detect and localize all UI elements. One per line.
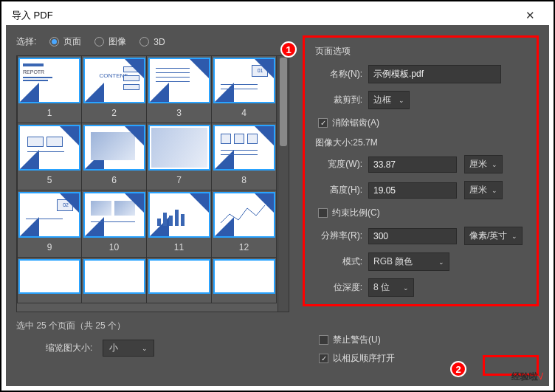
page-number: 11 (174, 239, 184, 257)
page-number: 10 (109, 239, 119, 257)
radio-3d[interactable]: 3D (139, 37, 165, 47)
thumbnail-cell[interactable]: 6 (82, 123, 147, 190)
checkbox-checked-icon: ✓ (319, 354, 328, 363)
antialias-checkbox[interactable]: ✓ 消除锯齿(A) (318, 117, 529, 129)
page-options-title: 页面选项 (315, 45, 529, 58)
checkbox-unchecked-icon (319, 335, 328, 345)
resolution-unit-select[interactable]: 像素/英寸⌄ (464, 227, 523, 245)
resolution-label: 分辨率(R): (315, 230, 362, 242)
thumb-size-label: 缩览图大小: (46, 342, 92, 354)
annotation-badge-1: 1 (280, 41, 297, 58)
thumbnail-cell[interactable] (82, 258, 147, 303)
depth-select[interactable]: 8 位⌄ (368, 278, 414, 297)
width-label: 宽度(W): (315, 158, 362, 171)
name-field[interactable]: 示例模板.pdf (368, 65, 501, 83)
thumbnail-cell[interactable]: 5 (17, 123, 82, 190)
height-field[interactable]: 19.05 (368, 182, 457, 199)
thumbnail-cell[interactable]: 014 (212, 56, 277, 123)
thumbnail-cell[interactable]: 7 (147, 123, 212, 190)
selection-info: 选中 25 个页面（共 25 个） (16, 320, 297, 332)
height-label: 高度(H): (315, 184, 362, 196)
chevron-down-icon: ⌄ (492, 161, 497, 168)
radio-page-label: 页面 (63, 35, 81, 48)
radio-image[interactable]: 图像 (94, 35, 126, 48)
thumb-size-value: 小 (109, 342, 118, 354)
page-number: 4 (241, 105, 247, 123)
height-unit-select[interactable]: 厘米⌄ (464, 181, 503, 199)
page-number: 8 (241, 172, 247, 190)
thumbnail-cell[interactable]: 12 (212, 190, 277, 258)
radio-page[interactable]: 页面 (49, 35, 81, 48)
thumbnail-cell[interactable]: CONTENT2 (82, 56, 147, 123)
page-number: 3 (176, 105, 182, 123)
thumbnail-cell[interactable]: 11 (147, 190, 212, 258)
page-number: 7 (176, 172, 182, 190)
page-number: 12 (239, 239, 249, 257)
page-number: 1 (47, 105, 52, 123)
thumbnail-grid: REPOTR1CONTENT230145678029101112 (16, 55, 289, 312)
page-number: 5 (47, 172, 52, 190)
chevron-down-icon: ⌄ (142, 345, 148, 352)
scrollbar[interactable] (278, 56, 289, 312)
chevron-down-icon: ⌄ (399, 97, 404, 104)
thumbnail-cell[interactable]: 8 (212, 123, 277, 190)
thumbnail-cell[interactable]: REPOTR1 (17, 56, 82, 123)
reverse-order-checkbox[interactable]: ✓ 以相反顺序打开 (319, 352, 395, 365)
mode-label: 模式: (315, 255, 362, 268)
suppress-warnings-checkbox[interactable]: 禁止警告(U) (319, 334, 395, 346)
resolution-field[interactable]: 300 (368, 228, 457, 244)
width-field[interactable]: 33.87 (368, 157, 457, 173)
checkbox-unchecked-icon (318, 208, 328, 218)
crop-select[interactable]: 边框⌄ (368, 91, 410, 109)
watermark-text: 经验啦√ (511, 371, 543, 383)
thumbnail-cell[interactable] (17, 258, 82, 303)
thumbnail-cell[interactable] (147, 258, 212, 303)
thumbnail-cell[interactable] (212, 258, 277, 303)
chevron-down-icon: ⌄ (511, 233, 517, 240)
thumbnail-cell[interactable]: 10 (82, 190, 147, 258)
page-number: 2 (111, 105, 117, 123)
page-number: 6 (111, 172, 117, 190)
select-label: 选择: (16, 35, 36, 48)
chevron-down-icon: ⌄ (438, 258, 444, 266)
mode-select[interactable]: RGB 颜色⌄ (368, 252, 449, 271)
thumbnail-cell[interactable]: 3 (147, 56, 212, 123)
page-number: 9 (47, 239, 52, 257)
page-options-panel: 页面选项 名称(N): 示例模板.pdf 裁剪到: 边框⌄ ✓ 消除锯齿(A) … (303, 35, 539, 306)
annotation-badge-2: 2 (450, 361, 466, 377)
window-title: 导入 PDF (12, 9, 53, 22)
checkbox-checked-icon: ✓ (318, 118, 328, 128)
chevron-down-icon: ⌄ (492, 187, 497, 194)
chevron-down-icon: ⌄ (403, 284, 409, 292)
image-size-title: 图像大小:25.7M (315, 137, 529, 149)
thumbnail-cell[interactable]: 029 (17, 190, 82, 258)
radio-image-label: 图像 (108, 35, 126, 48)
depth-label: 位深度: (315, 281, 362, 294)
close-icon[interactable]: ✕ (517, 6, 543, 25)
name-label: 名称(N): (315, 68, 362, 80)
crop-label: 裁剪到: (315, 94, 362, 106)
thumb-size-select[interactable]: 小 ⌄ (103, 340, 154, 357)
radio-3d-label: 3D (154, 37, 165, 47)
width-unit-select[interactable]: 厘米⌄ (464, 155, 503, 173)
constrain-checkbox[interactable]: 约束比例(C) (318, 207, 529, 219)
